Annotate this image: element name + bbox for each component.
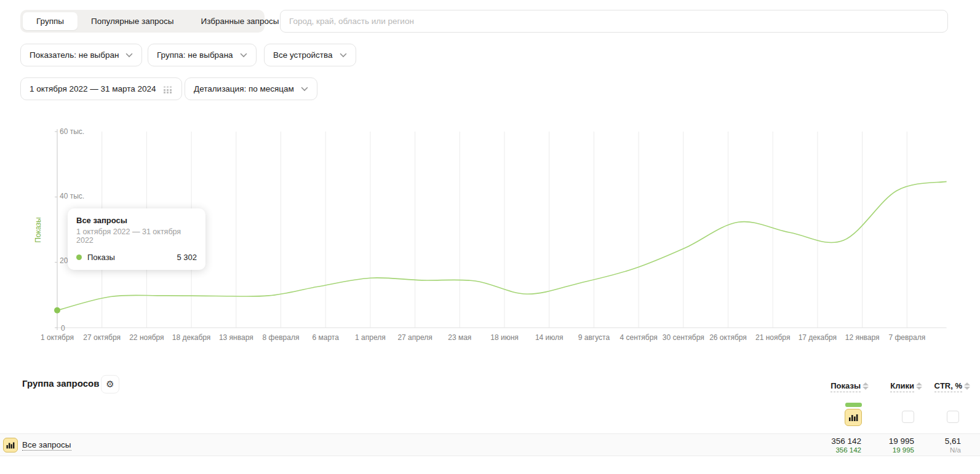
x-tick-label: 1 апреля xyxy=(355,333,386,342)
ctr-cell: 5,61 N/a xyxy=(945,436,961,454)
x-tick-label: 27 апреля xyxy=(397,333,432,342)
tooltip-metric-label: Показы xyxy=(87,253,115,262)
table-settings-button[interactable]: ⚙ xyxy=(101,375,119,393)
line-chart[interactable] xyxy=(0,0,980,357)
tooltip-period: 1 октября 2022 — 31 октября 2022 xyxy=(76,227,197,245)
y-axis-title: Показы xyxy=(34,217,42,242)
clicks-chart-checkbox[interactable] xyxy=(902,411,914,423)
tooltip-value: 5 302 xyxy=(177,253,197,262)
x-tick-label: 6 марта xyxy=(312,333,338,342)
x-tick-label: 9 августа xyxy=(578,333,610,342)
x-tick-label: 14 июля xyxy=(535,333,564,342)
table-row: Все запросы 356 142 356 142 19 995 19 99… xyxy=(0,433,980,456)
selected-metric-bar xyxy=(845,403,862,407)
series-dot-icon xyxy=(76,255,82,260)
x-tick-label: 13 января xyxy=(219,333,253,342)
x-tick-label: 17 декабря xyxy=(799,333,837,342)
x-tick-label: 30 сентября xyxy=(663,333,704,342)
x-tick-label: 21 ноября xyxy=(755,333,790,342)
chart-tooltip: Все запросы 1 октября 2022 — 31 октября … xyxy=(68,208,205,270)
shows-cell: 356 142 356 142 xyxy=(831,436,861,454)
bar-chart-icon xyxy=(6,441,15,449)
x-tick-label: 18 июня xyxy=(490,333,519,342)
sort-icon xyxy=(862,382,869,390)
shows-chart-toggle-button[interactable] xyxy=(845,409,862,426)
column-header-shows[interactable]: Показы xyxy=(831,381,869,392)
ctr-metric-selector xyxy=(947,411,959,423)
y-tick-label: 0 xyxy=(61,324,65,333)
x-tick-label: 7 февраля xyxy=(888,333,925,342)
x-tick-label: 12 января xyxy=(845,333,880,342)
gear-icon: ⚙ xyxy=(106,379,114,390)
sort-icon xyxy=(916,382,922,390)
y-tick-label: 40 тыс. xyxy=(60,192,84,200)
x-tick-label: 23 мая xyxy=(448,333,471,342)
sort-icon xyxy=(964,382,970,390)
tooltip-title: Все запросы xyxy=(76,216,197,225)
ctr-chart-checkbox[interactable] xyxy=(947,411,959,423)
clicks-cell: 19 995 19 995 xyxy=(889,436,914,454)
x-tick-label: 4 сентября xyxy=(619,333,657,342)
x-tick-label: 1 октября xyxy=(41,333,74,342)
bar-chart-icon xyxy=(848,413,859,422)
x-tick-label: 27 октября xyxy=(83,333,121,342)
x-tick-label: 8 февраля xyxy=(263,333,300,342)
x-tick-label: 18 декабря xyxy=(172,333,210,342)
shows-metric-selector xyxy=(844,403,862,426)
data-point-marker xyxy=(54,307,60,314)
table-title: Группа запросов xyxy=(22,378,99,389)
row-chart-toggle-button[interactable] xyxy=(3,438,18,452)
y-tick-label: 60 тыс. xyxy=(60,127,84,136)
x-tick-label: 26 октября xyxy=(709,333,747,342)
query-group-link[interactable]: Все запросы xyxy=(22,440,71,451)
x-tick-label: 22 ноября xyxy=(129,333,164,342)
column-header-clicks[interactable]: Клики xyxy=(890,381,922,392)
column-header-ctr[interactable]: CTR, % xyxy=(934,381,971,392)
clicks-metric-selector xyxy=(902,411,914,423)
